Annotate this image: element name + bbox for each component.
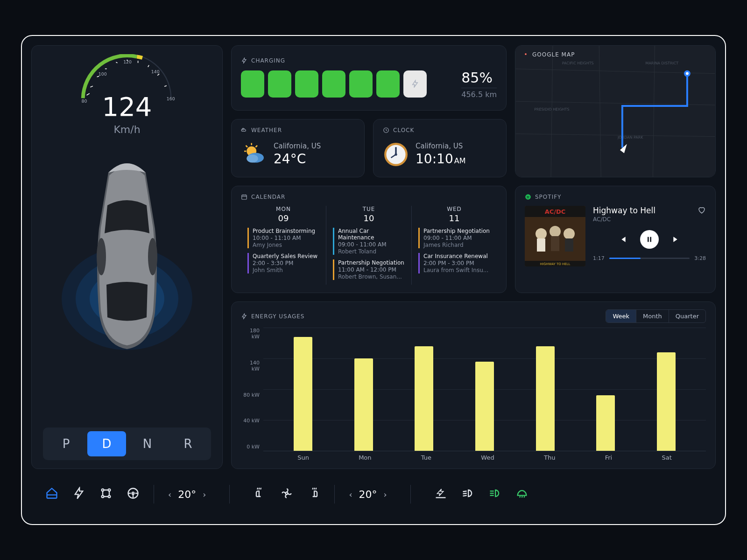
calendar-event[interactable]: Annual Car Maintenance09:00 - 11:00 AMRo… (333, 228, 405, 255)
charging-title-row: CHARGING (241, 57, 497, 64)
clock-icon (383, 127, 389, 133)
chart-bar[interactable] (475, 362, 494, 451)
event-person: Laura from Swift Insu... (423, 267, 490, 273)
divider (334, 485, 335, 504)
energy-icon[interactable] (72, 487, 85, 502)
temp-right-down-button[interactable]: ‹ (349, 490, 352, 499)
weather-panel[interactable]: WEATHER California, US 24°C (231, 119, 365, 177)
svg-point-14 (148, 238, 157, 275)
battery-cell (268, 70, 291, 98)
svg-text:PACIFIC HEIGHTS: PACIFIC HEIGHTS (562, 61, 594, 65)
progress-bar[interactable] (609, 258, 690, 259)
pause-button[interactable] (640, 230, 659, 249)
headlight-high-icon[interactable] (488, 487, 501, 502)
album-cover[interactable]: AC/DC HIGHWAY TO HELL (525, 206, 585, 266)
clock-location: California, US (416, 142, 465, 150)
calendar-event[interactable]: Partnership Negotiation09:00 - 11:00 AMJ… (418, 228, 490, 248)
svg-line-4 (116, 62, 117, 63)
y-tick: 40 kW (241, 418, 260, 424)
period-quarter-tab[interactable]: Quarter (669, 310, 705, 322)
calendar-title: CALENDAR (251, 194, 285, 200)
temp-left-value: 20° (178, 489, 196, 500)
battery-cell (349, 70, 373, 98)
svg-line-70 (463, 493, 466, 494)
battery-cell (241, 70, 264, 98)
x-tick: Sun (297, 454, 309, 461)
event-title: Product Brainstorming (253, 228, 319, 234)
svg-text:AC/DC: AC/DC (545, 208, 566, 215)
gear-r-button[interactable]: R (169, 431, 207, 456)
svg-text:PRESIDIO HEIGHTS: PRESIDIO HEIGHTS (534, 107, 569, 112)
heart-icon[interactable] (698, 206, 706, 214)
svg-line-71 (463, 496, 466, 496)
calendar-event[interactable]: Car Insurance Renewal2:00 PM - 3:00 PMLa… (418, 253, 490, 273)
clock-title-row: CLOCK (383, 127, 497, 133)
headlight-low-icon[interactable] (461, 487, 474, 502)
temp-left-up-button[interactable]: › (203, 490, 206, 499)
map-panel[interactable]: GOOGLE MAP PACIFIC HEIGHTS MARINA DISTRI… (515, 45, 716, 177)
svg-point-29 (686, 72, 689, 75)
event-title: Annual Car Maintenance (338, 228, 405, 241)
steering-icon[interactable] (127, 487, 140, 502)
defrost-icon[interactable] (515, 487, 529, 502)
gear-n-button[interactable]: N (128, 431, 167, 456)
gear-p-button[interactable]: P (47, 431, 85, 456)
prev-track-icon[interactable] (618, 235, 627, 244)
spotify-panel: SPOTIFY AC/DC HI (515, 186, 716, 293)
temp-right-control: ‹ 20° › (349, 489, 387, 500)
seat-heat-left-icon[interactable] (253, 487, 266, 502)
calendar-dow: MON (247, 206, 319, 212)
charge-port-icon[interactable] (434, 487, 447, 502)
calendar-title-row: CALENDAR (241, 194, 497, 200)
main-area: 80 100 120 140 160 124 Km/h (31, 45, 716, 469)
seat-heat-right-icon[interactable] (307, 487, 320, 502)
chart-bar[interactable] (536, 346, 555, 451)
fan-icon[interactable] (280, 487, 293, 502)
track-artist: AC/DC (593, 216, 655, 223)
map-view[interactable]: PACIFIC HEIGHTS MARINA DISTRICT PRESIDIO… (515, 46, 715, 177)
event-person: Amy Jones (253, 242, 319, 248)
svg-line-8 (157, 74, 159, 75)
chart-bar[interactable] (294, 337, 312, 451)
apps-icon[interactable] (99, 487, 113, 502)
charge-percent: 85% (461, 70, 497, 86)
calendar-icon (241, 194, 247, 200)
period-week-tab[interactable]: Week (606, 310, 636, 322)
y-tick: 0 kW (241, 444, 260, 450)
calendar-event[interactable]: Product Brainstorming10:00 - 11:10 AMAmy… (247, 228, 319, 248)
svg-line-69 (463, 491, 466, 491)
chart-bar[interactable] (596, 395, 615, 451)
map-pin-icon (523, 52, 529, 57)
chart-bar[interactable] (354, 358, 373, 451)
calendar-dow: TUE (333, 206, 405, 212)
calendar-event[interactable]: Partnership Negotiation11:00 AM - 12:00 … (333, 259, 405, 280)
row-charging-map: CHARGING (231, 45, 716, 111)
event-title: Car Insurance Renewal (423, 253, 490, 259)
calendar-date: 09 (247, 213, 319, 223)
home-icon[interactable] (45, 487, 58, 502)
energy-title-row: ENERGY USAGES (241, 313, 304, 320)
track-elapsed: 1:17 (593, 255, 605, 261)
event-person: John Smith (253, 267, 319, 273)
charge-range: 456.5 km (461, 88, 497, 99)
map-title: GOOGLE MAP (532, 51, 575, 58)
clock-time: 10:10AM (416, 151, 465, 167)
svg-text:HIGHWAY TO HELL: HIGHWAY TO HELL (540, 262, 571, 266)
spotify-icon (525, 194, 531, 200)
period-month-tab[interactable]: Month (636, 310, 669, 322)
temp-right-up-button[interactable]: › (384, 490, 387, 499)
svg-point-55 (564, 228, 575, 239)
x-tick: Mon (359, 454, 371, 461)
bolt-icon (241, 313, 247, 320)
clock-panel[interactable]: CLOCK California, US 10:10AM (373, 119, 507, 177)
next-track-icon[interactable] (672, 235, 681, 244)
weather-icon (241, 127, 247, 133)
calendar-event[interactable]: Quarterly Sales Review2:00 - 3:30 PMJohn… (247, 253, 319, 273)
chart-bar[interactable] (415, 346, 433, 451)
calendar-panel[interactable]: CALENDAR MON09Product Brainstorming10:00… (231, 186, 507, 293)
svg-point-47 (525, 194, 531, 200)
svg-rect-52 (537, 238, 545, 252)
gear-d-button[interactable]: D (87, 431, 126, 456)
temp-left-down-button[interactable]: ‹ (168, 490, 171, 499)
chart-bar[interactable] (657, 352, 676, 451)
